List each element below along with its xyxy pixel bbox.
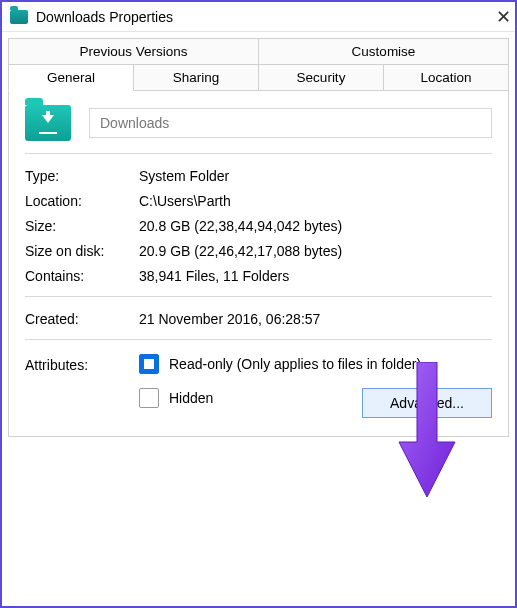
tab-strip: Previous Versions Customise General Shar…: [8, 38, 509, 91]
tab-general[interactable]: General: [8, 65, 134, 91]
tab-previous-versions[interactable]: Previous Versions: [8, 38, 259, 65]
row-size-on-disk: Size on disk: 20.9 GB (22,46,42,17,088 b…: [25, 243, 492, 259]
downloads-folder-icon: [25, 105, 71, 141]
folder-icon: [10, 10, 28, 24]
general-panel: Type: System Folder Location: C:\Users\P…: [8, 91, 509, 437]
row-type: Type: System Folder: [25, 168, 492, 184]
label-readonly: Read-only (Only applies to files in fold…: [169, 356, 421, 372]
row-attributes: Attributes: Read-only (Only applies to f…: [25, 354, 492, 418]
value-location: C:\Users\Parth: [139, 193, 492, 209]
row-size: Size: 20.8 GB (22,38,44,94,042 bytes): [25, 218, 492, 234]
row-contains: Contains: 38,941 Files, 11 Folders: [25, 268, 492, 284]
label-contains: Contains:: [25, 268, 139, 284]
tab-security[interactable]: Security: [258, 65, 384, 91]
advanced-button[interactable]: Advanced...: [362, 388, 492, 418]
label-created: Created:: [25, 311, 139, 327]
value-size-on-disk: 20.9 GB (22,46,42,17,088 bytes): [139, 243, 492, 259]
label-type: Type:: [25, 168, 139, 184]
tab-sharing[interactable]: Sharing: [133, 65, 259, 91]
label-location: Location:: [25, 193, 139, 209]
folder-name-input[interactable]: [89, 108, 492, 138]
value-type: System Folder: [139, 168, 492, 184]
checkbox-readonly[interactable]: [139, 354, 159, 374]
label-hidden: Hidden: [169, 390, 213, 406]
window-title: Downloads Properties: [36, 9, 489, 25]
row-created: Created: 21 November 2016, 06:28:57: [25, 311, 492, 327]
label-size: Size:: [25, 218, 139, 234]
checkbox-hidden[interactable]: [139, 388, 159, 408]
value-contains: 38,941 Files, 11 Folders: [139, 268, 492, 284]
value-created: 21 November 2016, 06:28:57: [139, 311, 492, 327]
divider: [25, 296, 492, 297]
tab-location[interactable]: Location: [383, 65, 509, 91]
close-icon[interactable]: ✕: [489, 8, 511, 26]
tab-customise[interactable]: Customise: [258, 38, 509, 65]
label-size-on-disk: Size on disk:: [25, 243, 139, 259]
titlebar: Downloads Properties ✕: [2, 2, 515, 32]
divider: [25, 153, 492, 154]
label-attributes: Attributes:: [25, 354, 139, 373]
value-size: 20.8 GB (22,38,44,94,042 bytes): [139, 218, 492, 234]
divider: [25, 339, 492, 340]
row-location: Location: C:\Users\Parth: [25, 193, 492, 209]
